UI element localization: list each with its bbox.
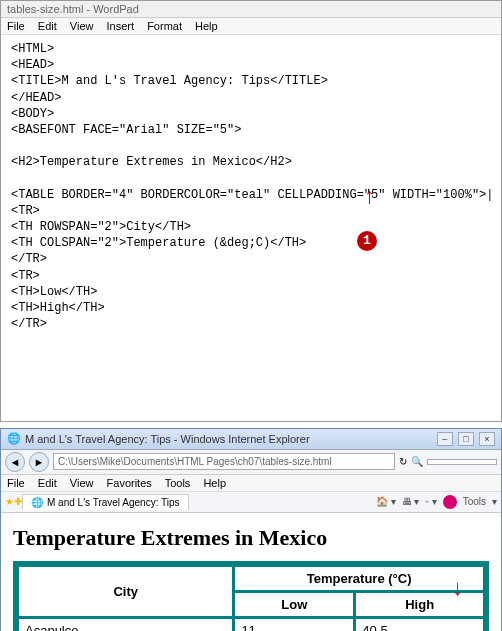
code-line: <TH ROWSPAN="2">City</TH> [11, 220, 191, 234]
ie-menu-edit[interactable]: Edit [38, 477, 57, 489]
feeds-icon[interactable]: 🖶 ▾ [402, 496, 420, 507]
col-low: Low [234, 592, 354, 617]
ie-tab-bar: ★ ✚ 🌐 M and L's Travel Agency: Tips 🏠 ▾ … [1, 492, 501, 513]
wordpad-menu-insert[interactable]: Insert [107, 20, 135, 32]
code-line: <TR> [11, 269, 40, 283]
favorites-icon[interactable]: ★ [5, 496, 14, 507]
search-input[interactable] [427, 459, 497, 465]
ie-content: ↓ Temperature Extremes in Mexico City Te… [1, 513, 501, 631]
code-line: </TR> [11, 317, 47, 331]
add-favorites-icon[interactable]: ✚ [14, 496, 22, 507]
ie-menu-view[interactable]: View [70, 477, 94, 489]
annotation-badge-1: 1 [357, 231, 377, 251]
tab-label: M and L's Travel Agency: Tips [47, 497, 180, 508]
col-temp: Temperature (°C) [234, 566, 484, 591]
browser-tab[interactable]: 🌐 M and L's Travel Agency: Tips [22, 494, 189, 510]
ie-menu-tools[interactable]: Tools [165, 477, 191, 489]
table-row: Acapulco1140.5 [18, 618, 484, 631]
ie-titlebar: 🌐 M and L's Travel Agency: Tips - Window… [1, 429, 501, 450]
maximize-button[interactable]: □ [458, 432, 474, 446]
code-line: <BASEFONT FACE="Arial" SIZE="5"> [11, 123, 241, 137]
ie-logo-icon: 🌐 [7, 432, 21, 445]
wordpad-menu-file[interactable]: File [7, 20, 25, 32]
page-menu-icon[interactable]: ▫ ▾ [425, 496, 436, 507]
ie-menu-file[interactable]: File [7, 477, 25, 489]
code-line: <TR> [11, 204, 40, 218]
annotation-dot-icon [443, 495, 457, 509]
tools-menu[interactable]: Tools [463, 496, 486, 507]
annotation-arrow-down-icon: ↓ [452, 575, 463, 601]
forward-button[interactable]: ► [29, 452, 49, 472]
close-button[interactable]: × [479, 432, 495, 446]
refresh-button[interactable]: ↻ [399, 456, 407, 467]
wordpad-menu-view[interactable]: View [70, 20, 94, 32]
wordpad-menu-help[interactable]: Help [195, 20, 218, 32]
page-icon: 🌐 [31, 497, 43, 508]
wordpad-title: tables-size.html - WordPad [1, 1, 501, 18]
home-icon[interactable]: 🏠 ▾ [376, 496, 396, 507]
col-high: High [355, 592, 484, 617]
tools-chevron-icon[interactable]: ▾ [492, 496, 497, 507]
wordpad-code-area[interactable]: <HTML> <HEAD> <TITLE>M and L's Travel Ag… [1, 35, 501, 421]
code-line: <HEAD> [11, 58, 54, 72]
minimize-button[interactable]: – [437, 432, 453, 446]
page-heading: Temperature Extremes in Mexico [13, 525, 489, 551]
ie-address-bar: ◄ ► C:\Users\Mike\Documents\HTML Pages\c… [1, 450, 501, 475]
table-body: Acapulco1140.5 Ciudad Victoria-6.146 Gua… [18, 618, 484, 631]
code-line: <TH COLSPAN="2">Temperature (&deg;C)</TH… [11, 236, 306, 250]
wordpad-menu: File Edit View Insert Format Help [1, 18, 501, 35]
ie-window: 🌐 M and L's Travel Agency: Tips - Window… [0, 428, 502, 631]
ie-title-text: M and L's Travel Agency: Tips - Windows … [25, 433, 310, 445]
back-button[interactable]: ◄ [5, 452, 25, 472]
wordpad-menu-edit[interactable]: Edit [38, 20, 57, 32]
code-line: </HEAD> [11, 91, 61, 105]
window-buttons: – □ × [435, 432, 495, 446]
code-line: </TR> [11, 252, 47, 266]
col-city: City [18, 566, 233, 617]
temperature-table: City Temperature (°C) Low High Acapulco1… [13, 561, 489, 631]
address-input[interactable]: C:\Users\Mike\Documents\HTML Pages\ch07\… [53, 453, 395, 470]
annotation-arrow-up-icon: ↑ [363, 183, 376, 213]
table-header-row: City Temperature (°C) [18, 566, 484, 591]
search-icon[interactable]: 🔍 [411, 456, 423, 467]
code-line: <HTML> [11, 42, 54, 56]
ie-menu-help[interactable]: Help [203, 477, 226, 489]
code-line: <TABLE BORDER="4" BORDERCOLOR="teal" CEL… [11, 188, 493, 202]
wordpad-window: tables-size.html - WordPad File Edit Vie… [0, 0, 502, 422]
ie-menu: File Edit View Favorites Tools Help [1, 475, 501, 492]
code-line: <TH>Low</TH> [11, 285, 97, 299]
wordpad-menu-format[interactable]: Format [147, 20, 182, 32]
code-line: <TH>High</TH> [11, 301, 105, 315]
code-line: <TITLE>M and L's Travel Agency: Tips</TI… [11, 74, 328, 88]
ie-menu-favorites[interactable]: Favorites [107, 477, 152, 489]
code-line: <BODY> [11, 107, 54, 121]
code-line: <H2>Temperature Extremes in Mexico</H2> [11, 155, 292, 169]
